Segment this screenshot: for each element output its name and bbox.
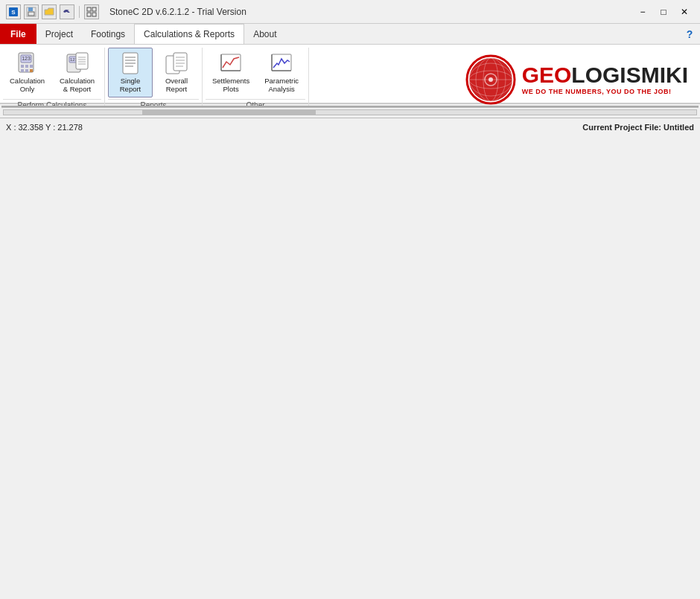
parametric-analysis-button[interactable]: ParametricAnalysis [258,48,305,97]
svg-rect-40 [272,54,291,71]
ribbon-group-perform-calculations: 123 CalculationOnly [3,48,105,112]
save-toolbar-icon[interactable] [24,4,39,19]
calculation-only-icon: 123 [16,51,39,75]
ribbon-group-other: SettlementsPlots ParametricAnalysis Othe… [206,48,309,112]
status-project: Current Project File: Untitled [582,123,694,132]
svg-text:S: S [11,9,16,16]
ribbon: 123 CalculationOnly [0,45,700,104]
status-bar: X : 32.358 Y : 21.278 Current Project Fi… [0,118,700,135]
svg-rect-12 [21,65,24,68]
ribbon-content: 123 CalculationOnly [0,45,700,112]
svg-rect-21 [76,53,88,69]
other-buttons: SettlementsPlots ParametricAnalysis [206,48,305,97]
parametric-analysis-icon [270,51,293,75]
app-icon: S [6,4,21,19]
perform-calc-buttons: 123 CalculationOnly [3,48,101,97]
x-axis: 5.0 6.0 7.0 8.0 9.0 10.0 11.0 12.0 13.0 … [34,106,687,107]
logo-tagline: WE DO THE NUMBERS, YOU DO THE JOB! [522,88,688,95]
window-controls: − □ ✕ [633,4,694,19]
svg-text:123: 123 [22,56,31,61]
settlements-plots-icon [219,51,243,75]
single-report-icon [118,51,142,75]
svg-rect-17 [30,69,33,72]
menu-calculations-reports[interactable]: Calculations & Reports [134,24,244,44]
logo-geo: GEO [522,63,572,87]
svg-rect-13 [25,65,28,68]
svg-rect-16 [25,69,28,72]
svg-rect-7 [87,13,91,16]
grid-toolbar-icon[interactable] [84,4,99,19]
settlements-plots-button[interactable]: SettlementsPlots [206,48,256,97]
single-report-label: SingleReport [120,77,141,94]
single-report-button[interactable]: SingleReport [108,48,153,97]
menu-footings[interactable]: Footings [82,24,134,44]
menu-file[interactable]: File [0,24,36,44]
minimize-button[interactable]: − [633,4,652,19]
svg-rect-5 [87,7,91,11]
status-coords: X : 32.358 Y : 21.278 [6,123,83,132]
help-button[interactable]: ? [679,24,700,44]
chart-container: M 5.0 6.0 7.0 8.0 9.0 10.0 11.0 12.0 13.… [1,106,699,116]
title-bar-left: S StoneC 2D v.6.2.1.2 - Trial Version [6,4,246,19]
svg-rect-6 [92,7,96,11]
toolbar-separator [79,6,80,18]
svg-rect-14 [30,65,33,68]
undo-toolbar-icon[interactable] [60,4,74,19]
title-bar: S StoneC 2D v.6.2.1.2 - Trial Version − … [0,0,700,24]
menu-bar: File Project Footings Calculations & Rep… [0,24,700,45]
menu-about[interactable]: About [244,24,285,44]
parametric-analysis-label: ParametricAnalysis [264,77,299,94]
reports-buttons: SingleReport OverallReport [108,48,199,97]
window-title: StoneC 2D v.6.2.1.2 - Trial Version [109,7,246,17]
svg-rect-15 [21,69,24,72]
bottom-scrollbar[interactable] [1,107,699,116]
settlements-plots-label: SettlementsPlots [212,77,249,94]
calculation-only-button[interactable]: 123 CalculationOnly [3,48,51,97]
svg-rect-3 [28,7,33,11]
menu-project[interactable]: Project [36,24,82,44]
calculation-report-button[interactable]: 123 Calculation& Report [53,48,101,97]
logo-logismiki: LOGISMIKI [571,63,688,87]
maximize-button[interactable]: □ [654,4,673,19]
svg-point-51 [489,77,493,82]
open-toolbar-icon[interactable] [42,4,57,19]
scroll-track[interactable] [3,109,697,115]
calculation-only-label: CalculationOnly [10,77,45,94]
overall-report-button[interactable]: OverallReport [154,48,199,97]
title-bar-icons: S [6,4,99,19]
overall-report-label: OverallReport [165,77,188,94]
logo-area: GEOLOGISMIKI WE DO THE NUMBERS, YOU DO T… [456,48,697,112]
overall-report-icon [165,51,188,75]
calculation-report-label: Calculation& Report [60,77,95,94]
close-button[interactable]: ✕ [675,4,694,19]
svg-rect-8 [92,13,96,16]
chart-plot[interactable]: M 5.0 6.0 7.0 8.0 9.0 10.0 11.0 12.0 13.… [1,106,699,107]
calculation-report-icon: 123 [66,51,89,75]
svg-rect-32 [174,53,187,71]
logo-text: GEOLOGISMIKI WE DO THE NUMBERS, YOU DO T… [522,64,688,95]
logo-globe [465,54,516,105]
scroll-thumb[interactable] [142,110,316,115]
ribbon-group-reports: SingleReport OverallReport [108,48,203,112]
